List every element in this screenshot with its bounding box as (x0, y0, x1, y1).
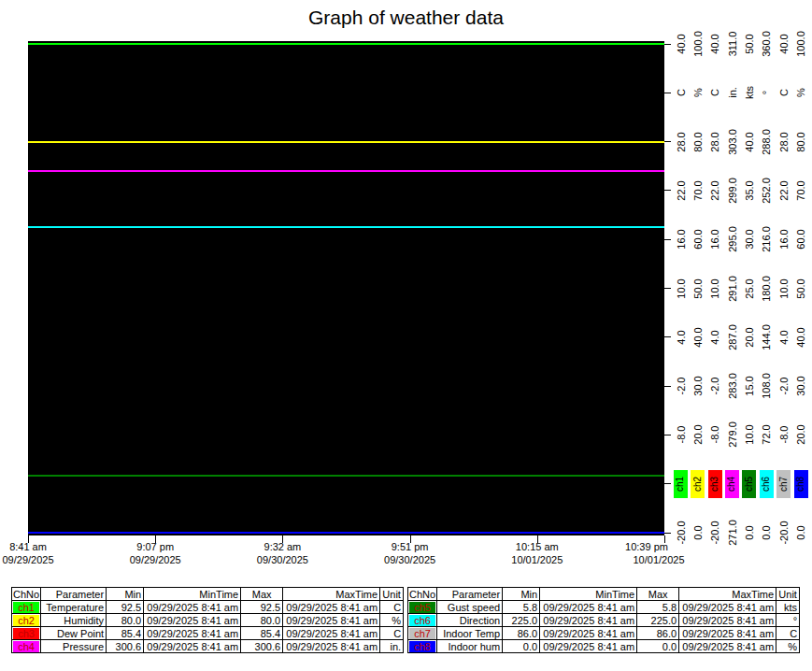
cell-min_time: 09/29/2025 8:41 am (540, 601, 637, 614)
table-row-ch8: ch8Indoor hum0.009/29/2025 8:41 am0.009/… (408, 640, 800, 653)
axis-tick-label: 299.0 (727, 178, 737, 204)
cell-min: 85.4 (107, 627, 144, 640)
channel-badge-ch7: ch7 (409, 628, 435, 639)
axis-tick-label: 40.0 (744, 132, 754, 151)
axis-unit-label-ch7: C (778, 89, 789, 96)
axis-tick-label: 0.0 (692, 525, 703, 539)
axis-tick-label: 360.0 (762, 31, 772, 57)
cell-max_time: 09/29/2025 8:41 am (283, 640, 380, 653)
legend-label-ch6: ch6 (762, 477, 771, 492)
table-row-ch6: ch6Direction225.009/29/2025 8:41 am225.0… (408, 614, 800, 627)
axis-tick-label: 16.0 (710, 229, 720, 249)
cell-parameter: Indoor Temp (437, 627, 503, 640)
legend-box-ch8: ch8 (794, 470, 808, 498)
axis-tick-label: 4.0 (778, 330, 789, 344)
legend-label-ch7: ch7 (779, 477, 789, 492)
series-line-ch2 (28, 141, 664, 143)
axis-unit-label-ch4: in. (727, 87, 737, 98)
cell-unit: C (776, 627, 800, 640)
minmax-table: ChNoParameterMinMinTimeMaxMaxTimeUnitch5… (407, 587, 800, 653)
table-row-ch3: ch3Dew Point85.409/29/2025 8:41 am85.409… (12, 627, 404, 640)
axis-tick-label: 4.0 (710, 330, 720, 344)
weather-graph-window: Graph of weather data 40.0C28.022.016.01… (0, 0, 812, 671)
cell-max: 86.0 (637, 627, 679, 640)
axis-tick-label: 30.0 (692, 376, 703, 395)
channel-badge-ch3: ch3 (13, 628, 39, 639)
y-tick-mark (664, 288, 671, 289)
cell-min_time: 09/29/2025 8:41 am (540, 640, 637, 653)
channel-badge-ch4: ch4 (13, 641, 39, 652)
table-row-ch5: ch5Gust speed5.809/29/2025 8:41 am5.809/… (408, 601, 800, 614)
cell-min: 225.0 (503, 614, 540, 627)
axis-tick-label: 291.0 (727, 276, 737, 302)
x-tick-label-time: 8:41 am (9, 541, 47, 552)
axis-tick-label: 303.0 (727, 129, 737, 155)
x-tick-label-date: 09/29/2025 (2, 554, 53, 565)
axis-tick-label: 28.0 (676, 132, 686, 151)
cell-max_time: 09/29/2025 8:41 am (679, 627, 776, 640)
axis-tick-label: 108.0 (762, 373, 772, 399)
legend-label-ch8: ch8 (796, 477, 805, 492)
axis-tick-label: 70.0 (796, 180, 806, 200)
cell-min: 5.8 (503, 601, 540, 614)
x-tick-label-time: 10:39 pm (625, 541, 668, 552)
axis-tick-label: 22.0 (778, 180, 789, 200)
legend-label-ch2: ch2 (693, 477, 703, 492)
axis-tick-label: 0.0 (744, 525, 754, 539)
cell-max_time: 09/29/2025 8:41 am (283, 601, 380, 614)
cell-max: 225.0 (637, 614, 679, 627)
series-line-ch8 (28, 532, 664, 534)
y-tick-mark (664, 483, 671, 484)
table-header-row: ChNoParameterMinMinTimeMaxMaxTimeUnit (12, 588, 404, 601)
series-line-ch5 (28, 475, 664, 477)
cell-min: 0.0 (503, 640, 540, 653)
channel-badge-ch2: ch2 (13, 615, 39, 626)
legend-box-ch5: ch5 (742, 470, 756, 498)
axis-tick-label: 30.0 (796, 376, 806, 395)
cell-min_time: 09/29/2025 8:41 am (144, 640, 241, 653)
axis-tick-label: 279.0 (727, 422, 737, 449)
x-tick-label-time: 9:07 pm (136, 541, 174, 552)
axis-unit-label-ch3: C (710, 89, 720, 96)
axis-tick-label: 283.0 (727, 373, 737, 399)
axis-tick-label: -20.0 (778, 521, 789, 544)
y-tick-mark (664, 533, 671, 534)
axis-tick-label: 288.0 (762, 129, 772, 155)
header-min_time: MinTime (144, 588, 241, 601)
axis-tick-label: 60.0 (796, 229, 806, 249)
table-row-ch7: ch7Indoor Temp86.009/29/2025 8:41 am86.0… (408, 627, 800, 640)
axis-tick-label: 271.0 (727, 520, 737, 546)
axis-tick-label: 311.0 (727, 32, 737, 57)
cell-ch_no: ch8 (408, 640, 437, 653)
axis-tick-label: 15.0 (744, 376, 754, 395)
cell-min_time: 09/29/2025 8:41 am (144, 627, 241, 640)
axis-tick-label: 35.0 (744, 180, 754, 200)
x-tick-label-date: 10/01/2025 (511, 554, 563, 565)
axis-tick-label: 22.0 (676, 180, 686, 200)
axis-tick-label: 25.0 (744, 278, 754, 298)
x-tick-label-time: 9:32 am (264, 541, 302, 552)
legend-label-ch4: ch4 (728, 477, 737, 492)
y-tick-mark (664, 435, 671, 435)
cell-parameter: Pressure (41, 640, 107, 653)
cell-parameter: Dew Point (41, 627, 107, 640)
axis-tick-label: -2.0 (710, 378, 720, 395)
legend-box-ch2: ch2 (691, 470, 705, 498)
cell-parameter: Indoor hum (437, 640, 503, 653)
cell-parameter: Direction (437, 614, 503, 627)
cell-unit: C (380, 601, 404, 614)
cell-unit: kts (776, 601, 800, 614)
table-row-ch2: ch2Humidity80.009/29/2025 8:41 am80.009/… (12, 614, 404, 627)
legend-label-ch5: ch5 (745, 477, 754, 492)
cell-max: 300.6 (241, 640, 283, 653)
plot-area (28, 41, 664, 535)
axis-tick-label: 10.0 (744, 425, 754, 445)
legend-box-ch6: ch6 (760, 470, 774, 498)
header-max: Max (637, 588, 679, 601)
x-tick-label-time: 9:51 pm (392, 541, 429, 552)
cell-unit: ° (776, 614, 800, 627)
channel-badge-ch8: ch8 (409, 641, 435, 652)
cell-min_time: 09/29/2025 8:41 am (144, 614, 241, 627)
axis-unit-label-ch5: kts (744, 86, 754, 99)
axis-unit-label-ch6: ° (762, 91, 772, 94)
